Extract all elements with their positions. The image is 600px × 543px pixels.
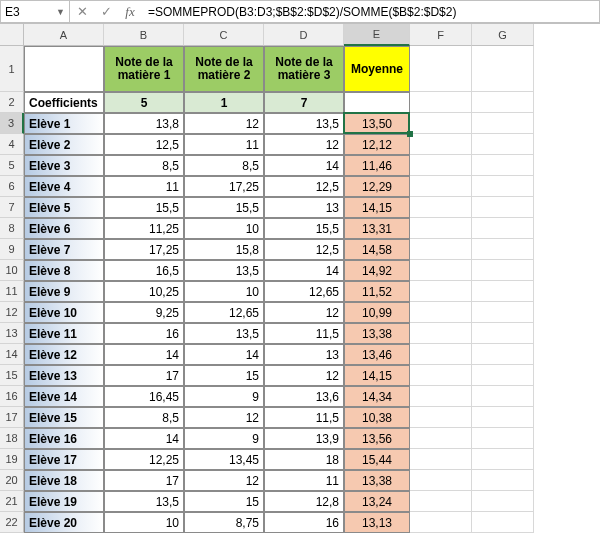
row-header[interactable]: 1 [0, 46, 24, 92]
row-header[interactable]: 18 [0, 428, 24, 449]
cell[interactable]: Elève 10 [24, 302, 104, 323]
cell[interactable] [472, 155, 534, 176]
row-header[interactable]: 4 [0, 134, 24, 155]
cell[interactable]: Elève 20 [24, 512, 104, 533]
cell[interactable]: 9,25 [104, 302, 184, 323]
cell[interactable]: 12,5 [264, 239, 344, 260]
cell[interactable] [472, 323, 534, 344]
cell[interactable] [472, 218, 534, 239]
cancel-icon[interactable]: ✕ [70, 1, 94, 23]
cell[interactable] [410, 491, 472, 512]
cell[interactable]: Note de la matière 1 [104, 46, 184, 92]
cell[interactable] [472, 386, 534, 407]
cell[interactable] [472, 239, 534, 260]
cell[interactable]: 7 [264, 92, 344, 113]
cell[interactable]: 12 [184, 113, 264, 134]
cell[interactable]: Note de la matière 2 [184, 46, 264, 92]
row-header[interactable]: 3 [0, 113, 24, 134]
cell[interactable]: 15 [184, 365, 264, 386]
cell[interactable]: 15,8 [184, 239, 264, 260]
cell[interactable]: 12,65 [184, 302, 264, 323]
cell[interactable]: 13 [264, 344, 344, 365]
cell[interactable]: 14 [104, 344, 184, 365]
cell[interactable]: Coefficients [24, 92, 104, 113]
col-header[interactable]: G [472, 24, 534, 46]
row-header[interactable]: 19 [0, 449, 24, 470]
cell[interactable] [472, 344, 534, 365]
col-header[interactable]: B [104, 24, 184, 46]
cell[interactable]: 8,5 [104, 407, 184, 428]
cell[interactable]: 13,6 [264, 386, 344, 407]
row-header[interactable]: 17 [0, 407, 24, 428]
cell[interactable]: Elève 17 [24, 449, 104, 470]
cell[interactable]: Elève 18 [24, 470, 104, 491]
cell[interactable] [410, 512, 472, 533]
cell[interactable] [472, 46, 534, 92]
select-all-corner[interactable] [0, 24, 24, 46]
cell[interactable]: Elève 2 [24, 134, 104, 155]
cell[interactable]: 9 [184, 386, 264, 407]
cell[interactable]: 12,25 [104, 449, 184, 470]
cell[interactable]: Elève 12 [24, 344, 104, 365]
cell[interactable]: Elève 4 [24, 176, 104, 197]
cell[interactable]: 16,5 [104, 260, 184, 281]
cell[interactable]: 14,92 [344, 260, 410, 281]
row-header[interactable]: 15 [0, 365, 24, 386]
col-header[interactable]: D [264, 24, 344, 46]
cell[interactable] [410, 407, 472, 428]
row-header[interactable]: 10 [0, 260, 24, 281]
cell[interactable]: 13,45 [184, 449, 264, 470]
cell[interactable]: 18 [264, 449, 344, 470]
cell[interactable] [472, 365, 534, 386]
cell[interactable]: 10,38 [344, 407, 410, 428]
fill-handle[interactable] [407, 131, 413, 137]
cell[interactable] [472, 491, 534, 512]
cell[interactable]: Elève 3 [24, 155, 104, 176]
cell[interactable]: Elève 7 [24, 239, 104, 260]
cell[interactable]: 13,24 [344, 491, 410, 512]
row-header[interactable]: 20 [0, 470, 24, 491]
cell[interactable]: 12,12 [344, 134, 410, 155]
chevron-down-icon[interactable]: ▼ [56, 7, 65, 17]
cell[interactable]: 12,65 [264, 281, 344, 302]
cell[interactable]: 13,38 [344, 470, 410, 491]
cell[interactable] [410, 260, 472, 281]
cell[interactable] [472, 470, 534, 491]
col-header[interactable]: F [410, 24, 472, 46]
cell[interactable]: 16,45 [104, 386, 184, 407]
cell[interactable]: 17,25 [104, 239, 184, 260]
cell[interactable] [410, 155, 472, 176]
cell[interactable]: 12,5 [104, 134, 184, 155]
cell[interactable] [472, 176, 534, 197]
cell[interactable]: 1 [184, 92, 264, 113]
cell[interactable]: 14,15 [344, 365, 410, 386]
cell[interactable]: 10 [184, 218, 264, 239]
cell[interactable]: 12,29 [344, 176, 410, 197]
cell[interactable]: 8,5 [184, 155, 264, 176]
cell[interactable] [410, 386, 472, 407]
cell[interactable]: 12,5 [264, 176, 344, 197]
cell[interactable]: Elève 5 [24, 197, 104, 218]
row-header[interactable]: 8 [0, 218, 24, 239]
cell[interactable]: 11,5 [264, 407, 344, 428]
cell[interactable]: 10 [104, 512, 184, 533]
cell[interactable]: 15 [184, 491, 264, 512]
cell[interactable]: 14,15 [344, 197, 410, 218]
cell[interactable] [472, 407, 534, 428]
row-header[interactable]: 6 [0, 176, 24, 197]
cell[interactable]: 10,25 [104, 281, 184, 302]
cell[interactable] [410, 302, 472, 323]
cell[interactable] [472, 113, 534, 134]
cell[interactable] [410, 428, 472, 449]
formula-input[interactable]: =SOMMEPROD(B3:D3;$B$2:$D$2)/SOMME($B$2:$… [142, 0, 600, 23]
row-header[interactable]: 22 [0, 512, 24, 533]
cell[interactable] [410, 449, 472, 470]
cell[interactable] [410, 113, 472, 134]
cell[interactable]: 13,31 [344, 218, 410, 239]
cell[interactable] [472, 512, 534, 533]
cell[interactable]: 11 [184, 134, 264, 155]
cell[interactable]: 11,52 [344, 281, 410, 302]
cell[interactable] [472, 281, 534, 302]
cell[interactable]: 11,5 [264, 323, 344, 344]
cell[interactable] [410, 92, 472, 113]
